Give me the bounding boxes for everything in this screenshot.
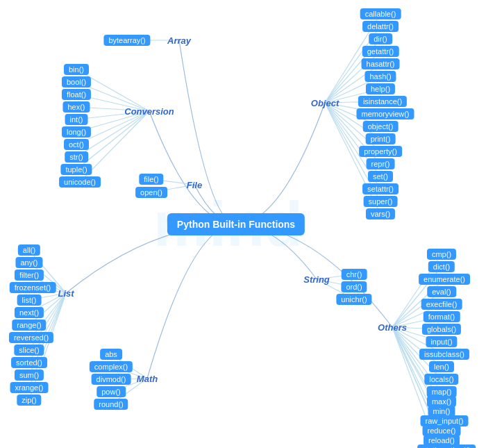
- node-Math: Math: [134, 374, 160, 384]
- node-slice: slice(): [14, 345, 44, 356]
- node-globals: globals(): [422, 324, 461, 335]
- node-all: all(): [18, 244, 40, 256]
- node-callable: callable(): [360, 8, 401, 19]
- node-format: format(): [424, 311, 460, 322]
- node-repr: repr(): [367, 158, 395, 169]
- node-divmod: divmod(): [92, 374, 131, 385]
- node-delattr: delattr(): [362, 21, 399, 32]
- node-print: print(): [366, 133, 396, 144]
- node-File: File: [184, 180, 205, 190]
- node-Others: Others: [375, 322, 410, 333]
- node-Array: Array: [165, 35, 194, 46]
- node-object: object(): [363, 121, 399, 132]
- node-hex: hex(): [62, 101, 90, 113]
- node-reversed: reversed(): [9, 332, 53, 343]
- node-range: range(): [12, 320, 46, 331]
- node-sorted: sorted(): [11, 357, 47, 368]
- node-open: open(): [135, 187, 167, 198]
- node-bytearray: bytearray(): [103, 35, 150, 46]
- node-cmp: cmp(): [427, 249, 456, 260]
- node-file: file(): [139, 174, 163, 185]
- node-any: any(): [15, 257, 42, 268]
- node-next: next(): [15, 307, 44, 318]
- node-dict: dict(): [428, 261, 455, 272]
- node-super: super(): [364, 196, 398, 207]
- node-execfile: execfile(): [421, 299, 462, 310]
- node-input: input(): [426, 336, 457, 347]
- node-property: property(): [359, 146, 402, 157]
- node-PythonBuiltinFunctions: Python Built-in Functions: [167, 213, 305, 235]
- node-chr: chr(): [342, 269, 367, 280]
- node-set: set(): [368, 171, 393, 182]
- node-Conversion: Conversion: [122, 106, 177, 117]
- node-filter: filter(): [15, 269, 44, 281]
- node-abs: abs: [100, 349, 122, 360]
- node-len: len(): [429, 361, 454, 372]
- node-hasattr: hasattr(): [362, 58, 400, 69]
- node-List: List: [55, 288, 76, 299]
- node-eval: eval(): [427, 286, 456, 297]
- node-sum: sum(): [15, 370, 44, 381]
- node-getattr: getattr(): [362, 46, 399, 57]
- node-oct: oct(): [64, 139, 89, 150]
- node-unichr: unichr(): [336, 294, 371, 305]
- node-String: String: [301, 274, 333, 285]
- node-staticmethod: staticmethod(): [417, 445, 476, 448]
- node-Object: Object: [308, 98, 342, 108]
- node-memoryview: memoryview(): [356, 108, 414, 119]
- node-ord: ord(): [341, 281, 367, 292]
- node-zip: zip(): [17, 395, 41, 406]
- node-locals: locals(): [424, 374, 458, 385]
- node-unicode: unicode(): [59, 176, 101, 188]
- node-help: help(): [366, 83, 395, 94]
- node-frozenset: frozenset(): [10, 282, 56, 293]
- node-dir: dir(): [369, 33, 392, 44]
- node-round: round(): [94, 399, 128, 410]
- node-bin: bin(): [64, 64, 89, 75]
- node-bool: bool(): [62, 76, 91, 88]
- node-setattr: setattr(): [362, 183, 399, 194]
- node-xrange: xrange(): [10, 382, 49, 393]
- node-list: list(): [17, 294, 42, 306]
- node-int: int(): [65, 114, 88, 125]
- node-issubclass: issubclass(): [419, 349, 469, 360]
- node-pow: pow(): [97, 386, 126, 397]
- node-str: str(): [65, 151, 88, 163]
- node-float: float(): [62, 89, 91, 100]
- node-isinstance: isinstance(): [358, 96, 407, 107]
- node-tuple: tuple(): [60, 164, 92, 175]
- node-vars: vars(): [366, 208, 395, 219]
- node-complex: complex(): [90, 361, 133, 372]
- node-enumerate: enumerate(): [419, 274, 470, 285]
- mindmap-container: mind Python Built-in FunctionsArraybytea…: [0, 0, 486, 448]
- node-hash: hash(): [364, 71, 396, 82]
- node-long: long(): [62, 126, 91, 138]
